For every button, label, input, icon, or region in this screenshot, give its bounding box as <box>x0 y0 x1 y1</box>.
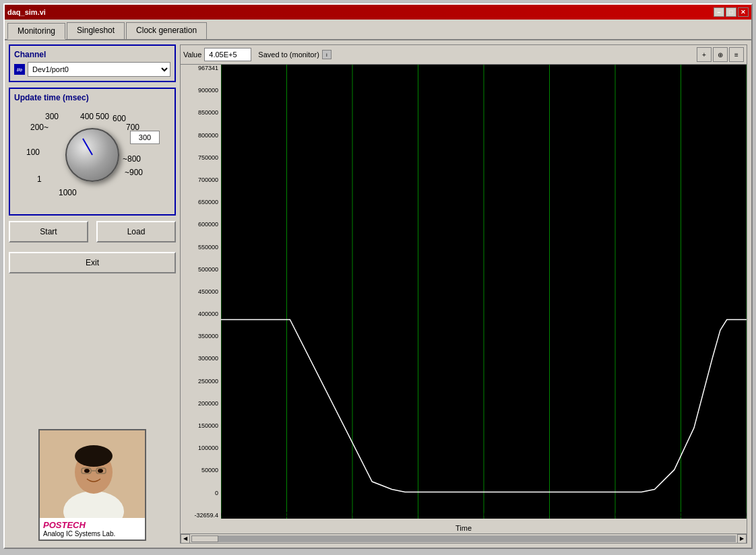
scale-900: ~900 <box>125 168 143 177</box>
y-label-350000: 350000 <box>181 333 221 339</box>
x-label-7: 01:06:00 <box>679 511 705 519</box>
svg-point-6 <box>84 469 90 473</box>
y-label-200000: 200000 <box>181 400 221 407</box>
right-panel: Value 4.05E+5 Saved to (monitor) i + ⊕ ≡… <box>180 44 747 544</box>
channel-select-row: i/o Dev1/port0 Dev1/port1 <box>14 62 170 77</box>
scale-600: 600 <box>113 114 126 123</box>
channel-icon: i/o <box>14 64 25 75</box>
chart-canvas <box>221 65 747 519</box>
saved-label: Saved to (monitor) <box>258 51 319 59</box>
photo-box: POSTECH Analog IC Systems Lab. <box>38 429 146 541</box>
x-axis: 00:51:40 00:54:00 00:56:00 00:58:00 01:0… <box>221 509 747 523</box>
knob-dial[interactable] <box>65 128 119 182</box>
y-label-50000: 50000 <box>181 467 221 474</box>
main-window: daq_sim.vi – □ ✕ Monitoring Singleshot C… <box>3 3 753 549</box>
y-label-500000: 500000 <box>181 266 221 273</box>
x-label-2: 00:56:00 <box>352 511 379 519</box>
x-label-6: 01:04:00 <box>615 511 641 519</box>
window-title: daq_sim.vi <box>7 8 46 16</box>
y-label-550000: 550000 <box>181 244 221 251</box>
x-label-0: 00:51:40 <box>221 511 247 519</box>
channel-dropdown[interactable]: Dev1/port0 Dev1/port1 <box>28 62 170 77</box>
knob-needle <box>82 138 93 155</box>
y-label-700000: 700000 <box>181 176 221 183</box>
y-label-900000: 900000 <box>181 87 221 94</box>
scroll-left-button[interactable]: ◀ <box>181 534 190 544</box>
y-label-250000: 250000 <box>181 378 221 385</box>
knob-scale: 400 500 600 700 300 200~ 100 1 1000 ~800… <box>25 110 160 205</box>
toolbar-right: + ⊕ ≡ <box>697 47 744 62</box>
chart-toolbar: Value 4.05E+5 Saved to (monitor) i + ⊕ ≡ <box>181 45 747 65</box>
y-axis-labels: 967341 900000 850000 800000 750000 70000… <box>181 65 221 519</box>
y-label-800000: 800000 <box>181 132 221 139</box>
zoom-button[interactable]: ⊕ <box>713 47 728 62</box>
scrollbar-track[interactable] <box>191 535 736 542</box>
load-button[interactable]: Load <box>96 221 176 242</box>
x-label-8: 01:08:20 <box>720 511 747 519</box>
scrollbar-thumb[interactable] <box>191 535 218 542</box>
scale-400: 400 <box>80 112 94 121</box>
channel-box: Channel i/o Dev1/port0 Dev1/port1 <box>9 44 176 82</box>
x-axis-title: Time <box>455 524 472 532</box>
photo-area: POSTECH Analog IC Systems Lab. <box>9 279 176 544</box>
y-label-100000: 100000 <box>181 445 221 451</box>
scale-800: ~800 <box>123 154 141 164</box>
y-label-400000: 400000 <box>181 311 221 317</box>
scroll-right-button[interactable]: ▶ <box>737 534 747 544</box>
lab-text: Analog IC Systems Lab. <box>43 530 144 537</box>
scale-1000: 1000 <box>59 188 77 197</box>
knob-value-input[interactable]: 300 <box>130 131 160 144</box>
postech-brand: POSTECH <box>43 520 86 530</box>
scale-1: 1 <box>37 174 42 184</box>
y-label-650000: 650000 <box>181 199 221 205</box>
postech-logo: POSTECH <box>43 520 144 530</box>
x-label-4: 01:00:00 <box>484 511 510 519</box>
tab-clock-generation[interactable]: Clock generation <box>126 22 207 39</box>
y-label-150000: 150000 <box>181 422 221 429</box>
x-label-5: 01:02:00 <box>550 511 576 519</box>
exit-button[interactable]: Exit <box>9 252 176 273</box>
svg-point-5 <box>75 445 113 467</box>
chart-area: 967341 900000 850000 800000 750000 70000… <box>181 65 747 533</box>
y-label-300000: 300000 <box>181 355 221 362</box>
left-panel: Channel i/o Dev1/port0 Dev1/port1 Update… <box>9 44 176 544</box>
buttons-row: Start Load <box>9 221 176 242</box>
minimize-button[interactable]: – <box>714 7 724 17</box>
value-display: 4.05E+5 <box>204 48 251 61</box>
y-label-0: 0 <box>181 490 221 496</box>
start-button[interactable]: Start <box>9 221 88 242</box>
value-label: Value <box>183 51 201 59</box>
y-label-450000: 450000 <box>181 288 221 295</box>
svg-point-7 <box>98 469 103 473</box>
channel-label: Channel <box>14 50 170 59</box>
chart-svg <box>221 65 747 519</box>
tab-monitoring[interactable]: Monitoring <box>7 23 65 40</box>
pan-button[interactable]: ≡ <box>729 47 744 62</box>
scale-200: 200~ <box>30 123 49 132</box>
y-label-850000: 850000 <box>181 109 221 116</box>
person-photo <box>40 430 146 518</box>
scale-300: 300 <box>45 112 59 121</box>
title-bar-buttons: – □ ✕ <box>714 7 749 17</box>
y-label-neg: -32659.4 <box>181 512 221 519</box>
title-bar: daq_sim.vi – □ ✕ <box>5 5 751 20</box>
main-content: Channel i/o Dev1/port0 Dev1/port1 Update… <box>5 40 751 548</box>
tab-singleshot[interactable]: Singleshot <box>67 22 125 39</box>
scrollbar-bottom: ◀ ▶ <box>181 533 747 543</box>
postech-bar: POSTECH Analog IC Systems Lab. <box>40 518 146 540</box>
scale-100: 100 <box>26 148 40 157</box>
info-icon: i <box>322 50 332 59</box>
x-label-3: 00:58:00 <box>418 511 445 519</box>
zoom-fit-button[interactable]: + <box>697 47 712 62</box>
x-label-1: 00:54:00 <box>284 511 311 519</box>
knob-title: Update time (msec) <box>14 93 170 102</box>
person-svg <box>40 430 146 518</box>
maximize-button[interactable]: □ <box>726 7 736 17</box>
knob-box: Update time (msec) 400 500 600 700 300 2… <box>9 88 176 216</box>
y-label-600000: 600000 <box>181 221 221 228</box>
tab-bar: Monitoring Singleshot Clock generation <box>5 20 751 40</box>
scale-500: 500 <box>96 112 109 121</box>
y-label-750000: 750000 <box>181 154 221 161</box>
knob-area: 400 500 600 700 300 200~ 100 1 1000 ~800… <box>14 105 170 210</box>
close-button[interactable]: ✕ <box>738 7 749 17</box>
